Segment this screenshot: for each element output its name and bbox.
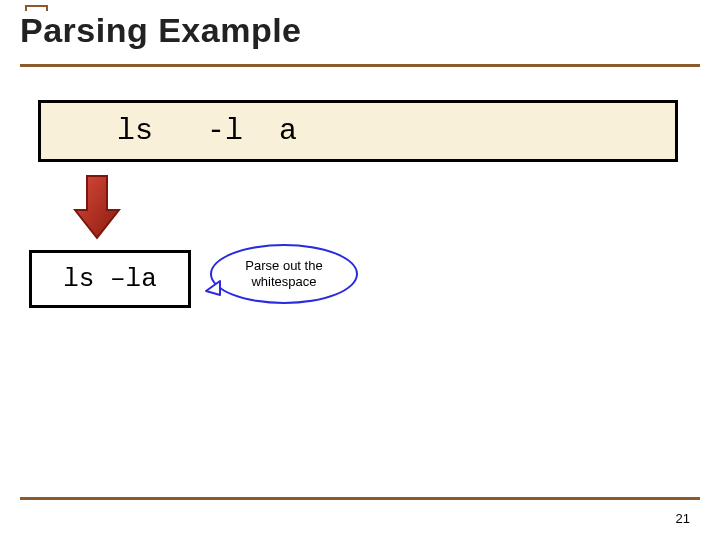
title-container: Parsing Example xyxy=(20,11,700,67)
callout-tail-icon xyxy=(204,279,222,297)
raw-command-text: ls -l a xyxy=(81,114,297,148)
parsed-command-text: ls –la xyxy=(63,264,157,294)
down-arrow-icon xyxy=(73,172,121,242)
svg-marker-1 xyxy=(206,281,220,295)
svg-marker-0 xyxy=(75,176,119,238)
footer-divider xyxy=(20,497,700,500)
parsed-command-box: ls –la xyxy=(29,250,191,308)
callout-line1: Parse out the xyxy=(245,258,322,273)
callout-text: Parse out the whitespace xyxy=(245,258,322,291)
callout-bubble: Parse out the whitespace xyxy=(210,244,358,304)
slide-title: Parsing Example xyxy=(20,11,700,50)
callout-line2: whitespace xyxy=(251,274,316,289)
page-number: 21 xyxy=(676,511,690,526)
callout-bubble-body: Parse out the whitespace xyxy=(210,244,358,304)
raw-command-box: ls -l a xyxy=(38,100,678,162)
